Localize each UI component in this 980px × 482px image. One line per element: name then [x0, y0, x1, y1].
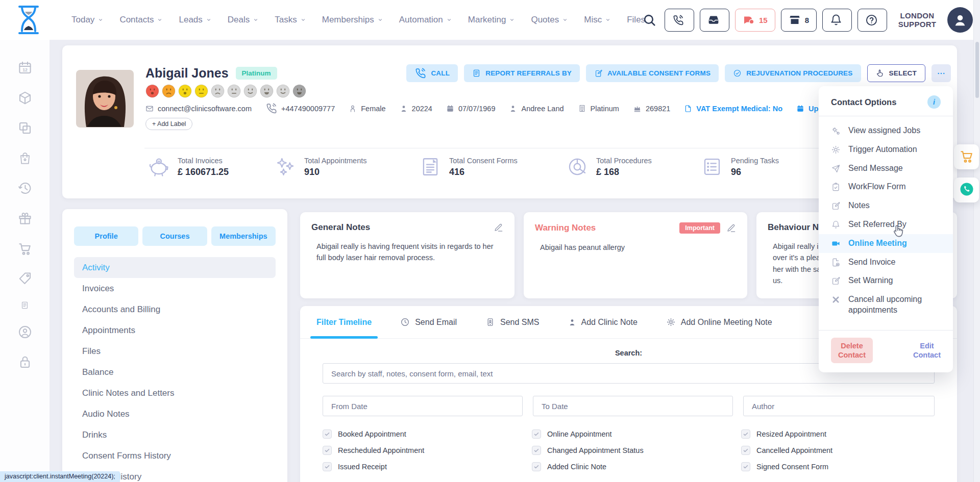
menu-item-workflow-form[interactable]: WorkFlow Form [819, 177, 953, 196]
scrollbar-thumb[interactable] [975, 42, 979, 98]
tab-memberships[interactable]: Memberships [211, 226, 276, 246]
sidebar-item-balance[interactable]: Balance [74, 362, 276, 383]
info-icon[interactable]: i [927, 95, 941, 109]
gift-icon[interactable] [17, 211, 33, 226]
checkbox-changed-appointment-status[interactable]: Changed Appointment Status [532, 446, 741, 455]
mood-face-icon[interactable] [276, 84, 290, 100]
edit-pencil-icon[interactable] [726, 223, 736, 233]
tab-send-sms[interactable]: Send SMS [485, 306, 539, 338]
to-date-input[interactable] [533, 396, 733, 416]
bell-button[interactable] [822, 9, 852, 32]
search-icon[interactable] [643, 13, 656, 27]
info-andree-land: Andree Land [509, 105, 564, 113]
mood-face-icon[interactable] [162, 84, 176, 100]
chat-icon [743, 14, 755, 26]
mood-face-icon[interactable] [260, 84, 274, 100]
nav-marketing[interactable]: Marketing [468, 15, 515, 25]
report-icon[interactable] [20, 301, 29, 310]
checkbox-signed-consent-form[interactable]: Signed Consent Form [741, 462, 935, 471]
tab-courses[interactable]: Courses [142, 226, 207, 246]
sidebar-item-drinks[interactable]: Drinks [74, 424, 276, 445]
edit-pencil-icon[interactable] [494, 223, 503, 233]
tab-add-clinic-note[interactable]: Add Clinic Note [568, 306, 638, 338]
more-options-button[interactable] [932, 64, 951, 82]
help-button[interactable] [857, 9, 887, 32]
mood-face-icon[interactable] [227, 84, 241, 100]
nav-tasks[interactable]: Tasks [275, 15, 305, 25]
sidebar-item-files[interactable]: Files [74, 341, 276, 362]
history-icon[interactable] [17, 181, 33, 196]
copy-icon[interactable] [17, 120, 33, 136]
menu-item-online-meeting[interactable]: Online Meeting [819, 234, 953, 253]
contact-card-icon[interactable] [17, 324, 33, 340]
checkbox-online-appointment[interactable]: Online Appointment [532, 429, 741, 439]
select-button[interactable]: SELECT [867, 64, 925, 82]
phone-button[interactable] [665, 9, 694, 32]
calendar-12-icon[interactable]: 12 [17, 60, 33, 75]
nav-leads[interactable]: Leads [179, 15, 211, 25]
call-button[interactable]: CALL [406, 64, 458, 82]
tab-add-online-meeting-note[interactable]: Add Online Meeting Note [666, 306, 772, 338]
tag-icon[interactable] [17, 271, 33, 286]
sidebar-item-activity[interactable]: Activity [74, 257, 276, 278]
nav-deals[interactable]: Deals [228, 15, 258, 25]
floating-cart-icon[interactable] [954, 144, 979, 169]
cart-icon[interactable] [17, 241, 33, 256]
lock-icon[interactable] [17, 354, 33, 370]
sidebar-item-accounts-and-billing[interactable]: Accounts and Billing [74, 299, 276, 320]
nav-automation[interactable]: Automation [399, 15, 452, 25]
scrollbar[interactable] [973, 0, 980, 482]
checkbox-resized-appointment[interactable]: Resized Appointment [741, 429, 935, 439]
menu-item-send-message[interactable]: Send Message [819, 159, 953, 178]
checkbox-booked-appointment[interactable]: Booked Appointment [323, 429, 532, 439]
chat-button[interactable]: 15 [735, 9, 775, 32]
shopping-bag-icon[interactable] [17, 150, 33, 166]
mood-face-icon[interactable] [194, 84, 208, 100]
menu-item-set-referred-by[interactable]: Set Referred By [819, 215, 953, 234]
tab-send-email[interactable]: Send Email [400, 306, 457, 338]
nav-contacts[interactable]: Contacts [119, 15, 162, 25]
menu-item-set-warning[interactable]: Set Warning [819, 271, 953, 290]
checkbox-rescheduled-appointment[interactable]: Rescheduled Appointment [323, 446, 532, 455]
nav-today[interactable]: Today [71, 15, 103, 25]
edit-contact-button[interactable]: EditContact [913, 341, 941, 360]
menu-item-cancel-all-upcoming-appointments[interactable]: Cancel all upcoming appointments [819, 290, 953, 320]
add-label-button[interactable]: + Add Label [145, 118, 192, 130]
sidebar-item-appointments[interactable]: Appointments [74, 320, 276, 341]
mood-face-icon[interactable] [178, 84, 192, 100]
mood-face-icon[interactable] [211, 84, 225, 100]
menu-item-notes[interactable]: Notes [819, 196, 953, 215]
floating-whatsapp-icon[interactable] [954, 177, 979, 202]
author-input[interactable] [743, 396, 935, 416]
shop-button[interactable]: 8 [781, 9, 817, 32]
menu-item-view-assigned-jobs[interactable]: View assigned Jobs [819, 121, 953, 140]
mood-face-icon[interactable] [145, 84, 159, 100]
mood-face-icon[interactable] [292, 84, 306, 100]
clinic-logo-icon[interactable] [15, 5, 42, 35]
sidebar-item-invoices[interactable]: Invoices [74, 278, 276, 299]
menu-item-trigger-automation[interactable]: Trigger Automation [819, 140, 953, 159]
user-avatar[interactable] [947, 7, 973, 33]
checkbox-added-clinic-note[interactable]: Added Clinic Note [532, 462, 741, 471]
sidebar-item-audio-notes[interactable]: Audio Notes [74, 403, 276, 424]
sidebar-item-consent-forms-history[interactable]: Consent Forms History [74, 445, 276, 466]
menu-item-send-invoice[interactable]: Send Invoice [819, 253, 953, 272]
inbox-button[interactable] [700, 9, 729, 32]
nav-memberships[interactable]: Memberships [322, 15, 383, 25]
sidebar-item-clinic-notes-and-letters[interactable]: Clinic Notes and Letters [74, 383, 276, 403]
tab-filter-timeline[interactable]: Filter Timeline [316, 306, 372, 338]
available-consent-forms-button[interactable]: AVAILABLE CONSENT FORMS [586, 64, 719, 82]
package-icon[interactable] [17, 90, 33, 106]
tab-profile[interactable]: Profile [74, 226, 138, 246]
checkbox-cancelled-appointment[interactable]: Cancelled Appointment [741, 446, 935, 455]
mood-face-icon[interactable] [243, 84, 257, 100]
delete-contact-button[interactable]: DeleteContact [831, 338, 873, 363]
nav-misc[interactable]: Misc [584, 15, 610, 25]
warning-notes-title: Warning Notes [535, 223, 673, 233]
from-date-input[interactable] [323, 396, 523, 416]
contact-photo[interactable] [76, 70, 134, 128]
checkbox-issued-receipt[interactable]: Issued Receipt [323, 462, 532, 471]
report-referrals-by-button[interactable]: REPORT REFERRALS BY [464, 64, 580, 82]
rejuvenation-procedures-button[interactable]: REJUVENATION PROCEDURES [725, 64, 861, 82]
nav-quotes[interactable]: Quotes [531, 15, 568, 25]
